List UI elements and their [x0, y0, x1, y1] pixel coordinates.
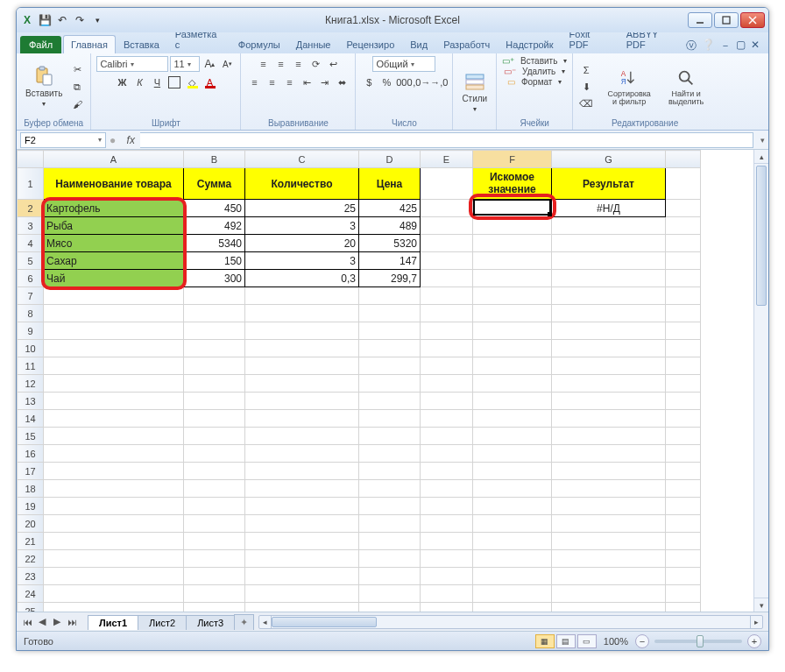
cell[interactable]	[184, 515, 245, 533]
cell[interactable]	[666, 480, 701, 498]
cell[interactable]	[552, 445, 666, 463]
cell[interactable]	[473, 463, 552, 480]
cell[interactable]	[421, 515, 473, 533]
row-header-16[interactable]: 16	[18, 445, 44, 463]
cell[interactable]	[473, 428, 552, 445]
cell[interactable]	[359, 410, 421, 428]
percent-icon[interactable]: %	[378, 74, 394, 90]
cell[interactable]	[44, 603, 184, 612]
cell-H5[interactable]	[666, 252, 701, 270]
cell[interactable]	[44, 428, 184, 445]
cell-C4[interactable]: 20	[245, 235, 359, 252]
borders-icon[interactable]	[166, 74, 182, 90]
cell[interactable]	[184, 463, 245, 480]
cell-G4[interactable]	[552, 235, 666, 252]
tab-review[interactable]: Рецензиро	[338, 35, 402, 53]
cell-B5[interactable]: 150	[184, 252, 245, 270]
cell[interactable]	[359, 322, 421, 340]
cell-B3[interactable]: 492	[184, 217, 245, 235]
spreadsheet-grid[interactable]: A B C D E F G 1 Наименование товара Сумм…	[17, 150, 701, 612]
col-header-E[interactable]: E	[421, 151, 473, 168]
orientation-icon[interactable]: ⟳	[308, 56, 323, 72]
cell[interactable]	[359, 305, 421, 322]
sheet-nav-first-icon[interactable]: ⏮	[20, 615, 34, 629]
vscroll-thumb[interactable]	[756, 166, 767, 306]
cell-F3[interactable]	[473, 217, 552, 235]
align-center-icon[interactable]: ≡	[264, 74, 279, 90]
indent-decrease-icon[interactable]: ⇤	[299, 74, 315, 90]
workbook-minimize-icon[interactable]: －	[720, 39, 731, 53]
cell[interactable]	[184, 585, 245, 603]
cell[interactable]	[666, 515, 701, 533]
cell[interactable]	[552, 322, 666, 340]
cell[interactable]	[421, 568, 473, 585]
cells-insert-button[interactable]: ▭⁺ Вставить ▾	[502, 56, 567, 66]
align-left-icon[interactable]: ≡	[246, 74, 262, 90]
row-header-25[interactable]: 25	[18, 603, 44, 612]
cell[interactable]	[44, 410, 184, 428]
align-bottom-icon[interactable]: ≡	[290, 56, 306, 72]
scroll-down-icon[interactable]: ▾	[754, 598, 768, 612]
row-header-8[interactable]: 8	[18, 305, 44, 322]
cell[interactable]	[473, 340, 552, 357]
cell[interactable]	[666, 445, 701, 463]
help-icon[interactable]: ❔	[702, 39, 715, 53]
autosum-icon[interactable]: Σ	[578, 62, 594, 78]
row-header-5[interactable]: 5	[18, 252, 44, 270]
cell-H1[interactable]	[666, 168, 701, 200]
cell[interactable]	[44, 393, 184, 410]
cell[interactable]	[359, 585, 421, 603]
cell[interactable]	[245, 375, 359, 393]
tab-file[interactable]: Файл	[20, 36, 61, 53]
cell[interactable]	[421, 287, 473, 305]
cells-delete-button[interactable]: ▭⁻ Удалить ▾	[504, 67, 565, 76]
cell[interactable]	[359, 287, 421, 305]
cell[interactable]	[359, 393, 421, 410]
cell[interactable]	[421, 463, 473, 480]
fill-icon[interactable]: ⬇	[578, 79, 594, 95]
cell[interactable]	[666, 322, 701, 340]
cell[interactable]	[245, 498, 359, 515]
col-header-blank[interactable]	[666, 151, 701, 168]
cell[interactable]	[245, 410, 359, 428]
col-header-G[interactable]: G	[552, 151, 666, 168]
cell-C5[interactable]: 3	[245, 252, 359, 270]
cell[interactable]	[421, 480, 473, 498]
cell-G3[interactable]	[552, 217, 666, 235]
cell[interactable]	[245, 340, 359, 357]
cell[interactable]	[44, 515, 184, 533]
cell[interactable]	[473, 603, 552, 612]
cell[interactable]	[666, 463, 701, 480]
cell[interactable]	[552, 340, 666, 357]
select-all-corner[interactable]	[18, 151, 44, 168]
scroll-left-icon[interactable]: ◂	[259, 616, 272, 628]
cell[interactable]	[473, 393, 552, 410]
workbook-restore-icon[interactable]: ▢	[736, 39, 746, 53]
cell-D3[interactable]: 489	[359, 217, 421, 235]
cell[interactable]	[44, 322, 184, 340]
number-format-select[interactable]: Общий▾	[372, 56, 435, 72]
cell-H2[interactable]	[666, 200, 701, 217]
row-header-2[interactable]: 2	[18, 200, 44, 217]
cell-F6[interactable]	[473, 270, 552, 287]
col-header-F[interactable]: F	[473, 151, 552, 168]
cell[interactable]	[552, 515, 666, 533]
styles-button[interactable]: Стили ▾	[458, 69, 491, 115]
italic-button[interactable]: К	[131, 74, 147, 90]
cells-format-button[interactable]: ▭ Формат ▾	[507, 77, 562, 87]
vertical-scrollbar[interactable]: ▴ ▾	[753, 150, 768, 612]
row-header-22[interactable]: 22	[18, 550, 44, 568]
cell[interactable]	[359, 463, 421, 480]
row-header-6[interactable]: 6	[18, 270, 44, 287]
cell[interactable]	[666, 375, 701, 393]
cell[interactable]	[44, 445, 184, 463]
cell[interactable]	[473, 445, 552, 463]
workbook-close-icon[interactable]: ✕	[751, 39, 760, 53]
hscroll-thumb[interactable]	[272, 617, 377, 627]
cell[interactable]	[421, 428, 473, 445]
cell[interactable]	[245, 585, 359, 603]
col-header-B[interactable]: B	[184, 151, 245, 168]
cell[interactable]	[473, 585, 552, 603]
cell[interactable]	[421, 603, 473, 612]
tab-developer[interactable]: Разработч	[435, 35, 498, 53]
